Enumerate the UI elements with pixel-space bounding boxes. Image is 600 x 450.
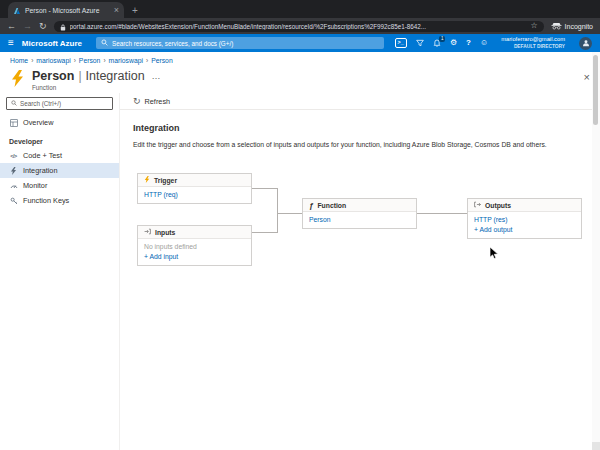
page-title: Person xyxy=(32,69,74,83)
trigger-http-req-link[interactable]: HTTP (req) xyxy=(144,191,245,198)
sidebar-item-monitor[interactable]: Monitor xyxy=(0,178,119,193)
blade-body: Search (Ctrl+/) Overview Developer </> C… xyxy=(0,93,600,450)
url-field[interactable]: portal.azure.com/#blade/WebsitesExtensio… xyxy=(54,21,544,32)
sidebar-item-label: Integration xyxy=(23,166,57,175)
inputs-empty-text: No inputs defined xyxy=(144,243,245,250)
function-person-link[interactable]: Person xyxy=(309,216,410,223)
breadcrumb: Home › marioswapi › Person › marioswapi … xyxy=(0,52,600,66)
search-icon xyxy=(101,39,108,47)
filter-icon[interactable] xyxy=(416,39,424,47)
avatar[interactable] xyxy=(579,37,592,50)
breadcrumb-person-1[interactable]: Person xyxy=(79,57,101,64)
breadcrumb-home[interactable]: Home xyxy=(10,57,28,64)
browser-tab-bar: Person - Microsoft Azure × + xyxy=(0,0,600,18)
breadcrumb-separator-icon: › xyxy=(146,57,148,64)
sidebar-item-label: Code + Test xyxy=(23,151,62,160)
notification-count-badge: 1 xyxy=(439,36,445,42)
blade-title: Integration xyxy=(86,69,145,83)
account-info[interactable]: marioferraro@gmail.com DEFAULT DIRECTORY xyxy=(501,36,565,49)
forward-icon[interactable]: → xyxy=(23,22,32,31)
connector-line xyxy=(277,188,278,233)
mouse-cursor xyxy=(489,246,499,264)
function-card: ƒ Function Person xyxy=(302,198,417,229)
back-icon[interactable]: ← xyxy=(7,22,16,31)
outputs-card: Outputs HTTP (res) + Add output xyxy=(467,198,582,239)
connector-line xyxy=(252,232,277,233)
outputs-icon xyxy=(474,201,481,209)
inputs-card-title: Inputs xyxy=(155,229,175,236)
tab-favicon-icon xyxy=(13,1,21,19)
global-search-input[interactable]: Search resources, services, and docs (G+… xyxy=(96,37,384,49)
integration-diagram: Trigger HTTP (req) Inputs xyxy=(133,161,590,361)
section-description: Edit the trigger and choose from a selec… xyxy=(133,141,590,148)
browser-address-bar: ← → ↻ portal.azure.com/#blade/WebsitesEx… xyxy=(0,18,600,34)
account-email: marioferraro@gmail.com xyxy=(501,36,565,43)
outputs-http-res-link[interactable]: HTTP (res) xyxy=(474,216,575,223)
url-text: portal.azure.com/#blade/WebsitesExtensio… xyxy=(70,23,527,30)
breadcrumb-marioswapi-1[interactable]: marioswapi xyxy=(36,57,70,64)
close-blade-icon[interactable]: × xyxy=(584,69,590,83)
sidebar-item-label: Function Keys xyxy=(23,196,69,205)
sidebar: Search (Ctrl+/) Overview Developer </> C… xyxy=(0,93,120,450)
trigger-card: Trigger HTTP (req) xyxy=(137,173,252,204)
function-fx-icon: ƒ xyxy=(309,201,313,210)
monitor-gauge-icon xyxy=(9,182,18,190)
breadcrumb-marioswapi-2[interactable]: marioswapi xyxy=(109,57,143,64)
trigger-card-title: Trigger xyxy=(154,177,177,184)
inputs-card: Inputs No inputs defined + Add input xyxy=(137,225,252,266)
sidebar-search-input[interactable]: Search (Ctrl+/) xyxy=(6,97,113,110)
integration-content: Integration Edit the trigger and choose … xyxy=(120,110,600,450)
integration-lightning-icon xyxy=(9,167,18,175)
function-lightning-icon xyxy=(10,70,25,91)
bookmark-star-icon[interactable]: ☆ xyxy=(530,22,537,30)
search-icon xyxy=(11,100,17,107)
trigger-lightning-icon xyxy=(144,176,150,184)
incognito-label: Incognito xyxy=(565,23,593,30)
key-icon xyxy=(9,197,18,205)
incognito-icon xyxy=(551,22,562,31)
sidebar-item-label: Overview xyxy=(23,118,53,127)
sidebar-item-integration[interactable]: Integration xyxy=(0,163,119,178)
outputs-card-title: Outputs xyxy=(485,202,511,209)
breadcrumb-separator-icon: › xyxy=(74,57,76,64)
code-test-icon: </> xyxy=(9,153,18,159)
vertical-scrollbar[interactable] xyxy=(592,52,600,442)
help-icon[interactable]: ? xyxy=(466,39,471,47)
tab-close-icon[interactable]: × xyxy=(114,6,119,15)
connector-line xyxy=(277,213,302,214)
connector-line xyxy=(417,213,467,214)
add-input-link[interactable]: + Add input xyxy=(144,253,245,260)
overview-icon xyxy=(9,119,18,127)
hamburger-menu-icon[interactable]: ≡ xyxy=(8,38,14,48)
browser-tab[interactable]: Person - Microsoft Azure × xyxy=(8,2,124,18)
title-divider: | xyxy=(78,69,81,83)
sidebar-item-function-keys[interactable]: Function Keys xyxy=(0,193,119,208)
page-subtitle: Function xyxy=(32,84,161,91)
refresh-icon: ↻ xyxy=(133,97,141,106)
scrollbar-thumb[interactable] xyxy=(593,55,598,125)
breadcrumb-person-2[interactable]: Person xyxy=(151,57,173,64)
page-header: Person | Integration … Function × xyxy=(0,66,600,93)
sidebar-item-code-test[interactable]: </> Code + Test xyxy=(0,148,119,163)
browser-window: Person - Microsoft Azure × + ← → ↻ porta… xyxy=(0,0,600,450)
refresh-label: Refresh xyxy=(145,97,171,106)
inputs-icon xyxy=(144,228,151,236)
new-tab-button[interactable]: + xyxy=(132,6,138,16)
notifications-bell-icon[interactable]: 1 xyxy=(433,39,441,47)
incognito-badge: Incognito xyxy=(551,22,593,31)
azure-brand[interactable]: Microsoft Azure xyxy=(22,39,82,48)
more-menu-icon[interactable]: … xyxy=(152,71,161,81)
global-search-placeholder: Search resources, services, and docs (G+… xyxy=(112,40,233,47)
refresh-button[interactable]: ↻ Refresh xyxy=(133,97,170,106)
feedback-smiley-icon[interactable]: ☺ xyxy=(480,39,488,47)
settings-gear-icon[interactable]: ⚙ xyxy=(450,39,457,47)
cloud-shell-icon[interactable]: >_ xyxy=(395,38,407,48)
scrollbar-corner xyxy=(592,442,600,450)
reload-icon[interactable]: ↻ xyxy=(39,22,47,31)
main-content: ↻ Refresh Integration Edit the trigger a… xyxy=(120,93,600,450)
account-directory: DEFAULT DIRECTORY xyxy=(501,44,565,50)
add-output-link[interactable]: + Add output xyxy=(474,226,575,233)
sidebar-item-label: Monitor xyxy=(23,181,47,190)
sidebar-item-overview[interactable]: Overview xyxy=(0,115,119,130)
connector-line xyxy=(252,188,277,189)
